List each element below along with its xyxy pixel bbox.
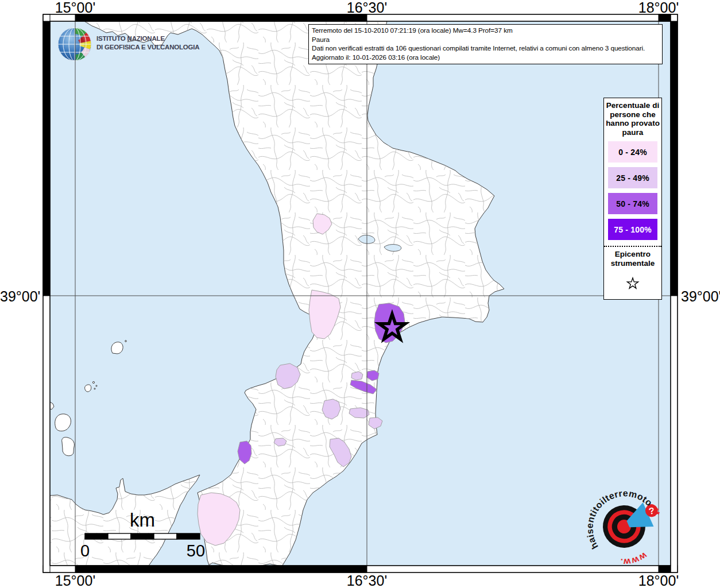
ingv-name-line2: DI GEOFISICA E VULCANOLOGIA [96, 44, 199, 51]
legend-swatch-75-100: 75 - 100% [608, 219, 657, 240]
legend-swatch-25-49: 25 - 49% [608, 167, 657, 188]
legend-label-0-24: 0 - 24% [618, 148, 647, 157]
info-map-type: Paura [312, 36, 659, 45]
earthquake-info-box: Terremoto del 15-10-2010 07:21:19 (ora l… [308, 24, 663, 64]
coord-label-bottom-15: 15°00' [29, 573, 121, 588]
legend-label-75-100: 75 - 100% [614, 225, 652, 234]
info-event-line: Terremoto del 15-10-2010 07:21:19 (ora l… [312, 26, 659, 36]
scale-unit-label: km [130, 509, 155, 531]
coord-label-left-39: 39°00' [0, 289, 40, 304]
scale-end-label: 50 [187, 541, 205, 560]
info-data-note: Dati non verificati estratti da 106 ques… [312, 44, 659, 53]
legend-label-25-49: 25 - 49% [616, 173, 649, 183]
island-lipari [62, 437, 75, 455]
island-strombolicchio [125, 341, 127, 342]
legend: Percentuale di persone che hanno provato… [603, 98, 662, 300]
scale-start-label: 0 [80, 541, 90, 560]
star-icon [620, 270, 646, 295]
coord-label-top-15: 15°00' [29, 0, 121, 15]
legend-epicenter-symbol [604, 270, 661, 295]
coord-label-top-18: 18°00' [613, 0, 704, 15]
coord-label-bottom-18: 18°00' [613, 573, 704, 588]
legend-swatch-0-24: 0 - 24% [608, 141, 657, 163]
island-stromboli [111, 342, 123, 354]
ingv-name-line1: ISTITUTO NAZIONALE [96, 35, 165, 42]
legend-title: Percentuale di persone che hanno provato… [605, 101, 660, 137]
legend-label-50-74: 50 - 74% [616, 199, 649, 208]
island-panarea [85, 385, 91, 392]
legend-divider [604, 246, 661, 247]
legend-swatch-50-74: 50 - 74% [608, 193, 657, 214]
info-updated-line: Aggiornato il: 10-01-2026 03:16 (ora loc… [312, 53, 659, 63]
coord-label-bottom-1630: 16°30' [321, 573, 413, 588]
legend-epicenter-label: Epicentro strumentale [605, 250, 660, 268]
earthquake-intensity-map-page: ISTITUTO NAZIONALE DI GEOFISICA E VULCAN… [0, 0, 720, 588]
coord-label-right-39: 39°00' [681, 289, 720, 304]
coord-label-top-1630: 16°30' [321, 0, 413, 15]
